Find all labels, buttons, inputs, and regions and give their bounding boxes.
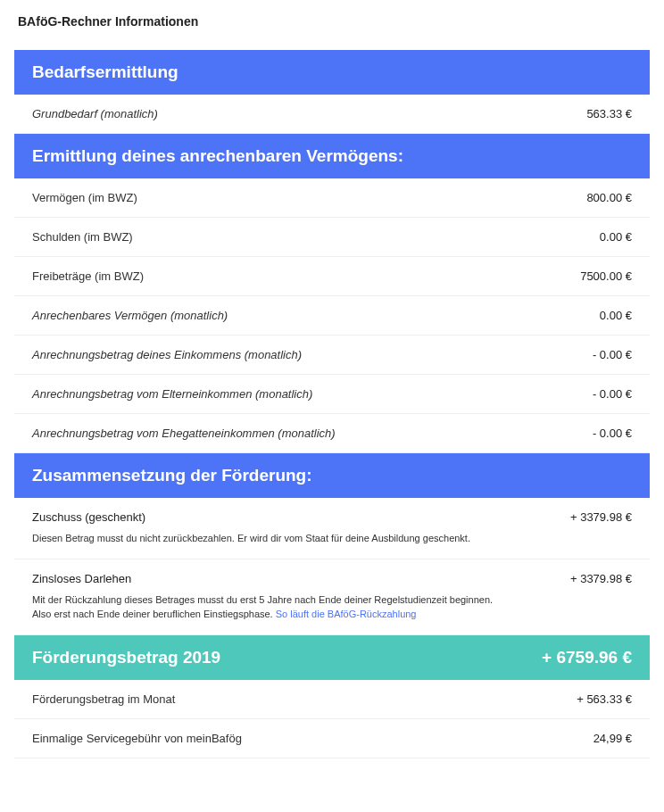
row-anrechnung-ehegatte: Anrechnungsbetrag vom Ehegatteneinkommen… [14,414,650,453]
row-schulden-bwz: Schulden (im BWZ) 0.00 € [14,218,650,257]
row-vermoegen-bwz: Vermögen (im BWZ) 800.00 € [14,178,650,218]
row-zuschuss: Zuschuss (geschenkt) + 3379.98 € [14,498,650,531]
row-betrag-monat: Förderungsbetrag im Monat + 563.33 € [14,680,650,719]
row-label: Anrechnungsbetrag vom Elterneinkommen (m… [32,387,312,401]
row-value: 800.00 € [586,191,632,204]
row-value: + 563.33 € [577,692,632,706]
row-anrechnung-einkommen: Anrechnungsbetrag deines Einkommens (mon… [14,336,650,375]
row-value: + 3379.98 € [570,510,632,524]
row-label: Anrechnungsbetrag vom Ehegatteneinkommen… [32,427,336,440]
row-servicegebuehr: Einmalige Servicegebühr von meinBafög 24… [14,719,650,758]
link-rueckzahlung[interactable]: So läuft die BAföG-Rückzahlung [276,609,417,619]
note-zuschuss: Diesen Betrag musst du nicht zurückbezah… [14,531,650,559]
row-grundbedarf: Grundbedarf (monatlich) 563.33 € [14,95,650,134]
note-line2: Also erst nach Ende deiner beruflichen E… [32,609,276,619]
row-label: Anrechnungsbetrag deines Einkommens (mon… [32,348,302,361]
row-label: Zinsloses Darlehen [32,572,131,585]
row-label: Zuschuss (geschenkt) [32,510,145,524]
section-foerderung: Zusammensetzung der Förderung: Zuschuss … [14,453,650,635]
row-value: - 0.00 € [593,387,632,401]
row-anrechnung-eltern: Anrechnungsbetrag vom Elterneinkommen (m… [14,375,650,414]
row-label: Schulden (im BWZ) [32,230,133,244]
row-anrechenbares-vermoegen: Anrechenbares Vermögen (monatlich) 0.00 … [14,296,650,336]
note-darlehen: Mit der Rückzahlung dieses Betrages muss… [14,592,650,635]
section-bedarf-header: Bedarfsermittlung [14,50,650,95]
row-label: Freibeträge (im BWZ) [32,269,144,283]
row-label: Einmalige Servicegebühr von meinBafög [32,732,242,745]
row-value: 0.00 € [600,309,632,322]
betrag-total: + 6759.96 € [542,648,632,667]
row-label: Grundbedarf (monatlich) [32,107,158,120]
row-value: 563.33 € [586,107,632,120]
page-title: BAföG-Rechner Informationen [18,14,650,29]
row-value: - 0.00 € [593,427,632,440]
row-value: + 3379.98 € [570,572,632,585]
section-bedarf: Bedarfsermittlung Grundbedarf (monatlich… [14,50,650,134]
row-value: 24,99 € [593,732,632,745]
section-vermoegen: Ermittlung deines anrechenbaren Vermögen… [14,134,650,453]
betrag-title: Förderungsbetrag 2019 [32,648,220,667]
section-betrag-header: Förderungsbetrag 2019 + 6759.96 € [14,635,650,680]
row-value: 7500.00 € [580,269,632,283]
row-value: - 0.00 € [593,348,632,361]
row-label: Förderungsbetrag im Monat [32,692,175,706]
section-vermoegen-header: Ermittlung deines anrechenbaren Vermögen… [14,134,650,178]
note-line1: Mit der Rückzahlung dieses Betrages muss… [32,594,493,605]
row-label: Vermögen (im BWZ) [32,191,137,204]
section-foerderung-header: Zusammensetzung der Förderung: [14,453,650,498]
row-label: Anrechenbares Vermögen (monatlich) [32,309,228,322]
section-betrag: Förderungsbetrag 2019 + 6759.96 € Förder… [14,635,650,758]
row-freibetraege-bwz: Freibeträge (im BWZ) 7500.00 € [14,257,650,296]
row-darlehen: Zinsloses Darlehen + 3379.98 € [14,559,650,592]
row-value: 0.00 € [600,230,632,244]
